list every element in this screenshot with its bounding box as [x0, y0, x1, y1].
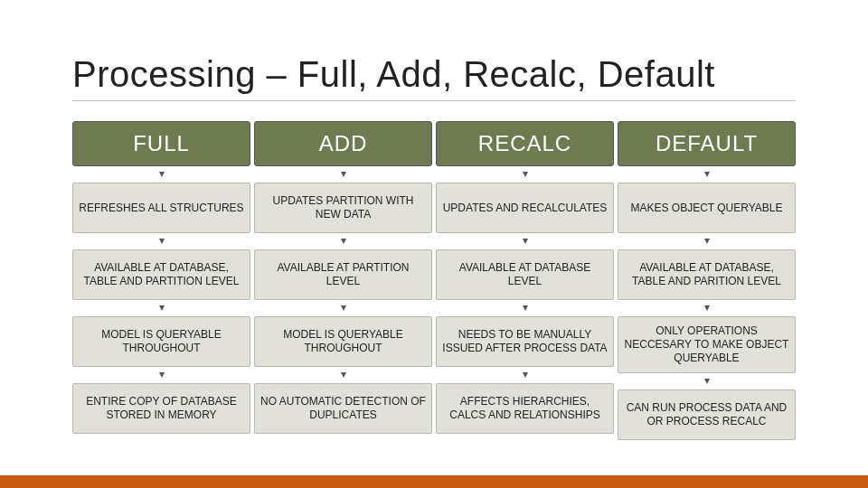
arrow-down-icon: ▾ — [341, 233, 346, 249]
cell: MODEL IS QUERYABLE THROUGHOUT — [72, 316, 250, 367]
cell: ONLY OPERATIONS NECCESARY TO MAKE OBJECT… — [618, 316, 796, 373]
cell: AFFECTS HIERARCHIES, CALCS AND RELATIONS… — [436, 383, 614, 434]
column-head: DEFAULT — [618, 121, 796, 166]
column-default: DEFAULT ▾ MAKES OBJECT QUERYABLE ▾ AVAIL… — [618, 121, 796, 440]
column-recalc: RECALC ▾ UPDATES AND RECALCULATES ▾ AVAI… — [436, 121, 614, 440]
arrow-down-icon: ▾ — [341, 300, 346, 316]
cell: AVAILABLE AT DATABASE, TABLE AND PARTITI… — [72, 249, 250, 300]
arrow-down-icon: ▾ — [159, 233, 165, 249]
footer-accent-bar — [0, 475, 868, 488]
arrow-down-icon: ▾ — [159, 300, 165, 316]
column-full: FULL ▾ REFRESHES ALL STRUCTURES ▾ AVAILA… — [72, 121, 250, 440]
cell: AVAILABLE AT PARTITION LEVEL — [254, 249, 432, 300]
arrow-down-icon: ▾ — [704, 373, 710, 389]
arrow-down-icon: ▾ — [523, 166, 528, 183]
cell: MAKES OBJECT QUERYABLE — [618, 183, 796, 233]
arrow-down-icon: ▾ — [159, 367, 165, 383]
cell: UPDATES AND RECALCULATES — [436, 183, 614, 233]
column-head: FULL — [72, 121, 250, 166]
cell: AVAILABLE AT DATABASE, TABLE AND PARITIO… — [618, 249, 796, 300]
arrow-down-icon: ▾ — [523, 300, 528, 316]
comparison-grid: FULL ▾ REFRESHES ALL STRUCTURES ▾ AVAILA… — [72, 121, 796, 440]
arrow-down-icon: ▾ — [704, 166, 710, 183]
cell: NEEDS TO BE MANUALLY ISSUED AFTER PROCES… — [436, 316, 614, 367]
slide-title: Processing – Full, Add, Recalc, Default — [72, 54, 796, 95]
arrow-down-icon: ▾ — [704, 233, 710, 249]
arrow-down-icon: ▾ — [341, 166, 346, 183]
arrow-down-icon: ▾ — [523, 233, 528, 249]
arrow-down-icon: ▾ — [159, 166, 165, 183]
cell: MODEL IS QUERYABLE THROUGHOUT — [254, 316, 432, 367]
arrow-down-icon: ▾ — [523, 367, 528, 383]
arrow-down-icon: ▾ — [704, 300, 710, 316]
cell: REFRESHES ALL STRUCTURES — [72, 183, 250, 233]
column-add: ADD ▾ UPDATES PARTITION WITH NEW DATA ▾ … — [254, 121, 432, 440]
column-head: ADD — [254, 121, 432, 166]
slide: Processing – Full, Add, Recalc, Default … — [0, 0, 868, 488]
cell: CAN RUN PROCESS DATA AND OR PROCESS RECA… — [618, 389, 796, 440]
column-head: RECALC — [436, 121, 614, 166]
arrow-down-icon: ▾ — [341, 367, 346, 383]
cell: UPDATES PARTITION WITH NEW DATA — [254, 183, 432, 233]
cell: NO AUTOMATIC DETECTION OF DUPLICATES — [254, 383, 432, 434]
cell: AVAILABLE AT DATABASE LEVEL — [436, 249, 614, 300]
cell: ENTIRE COPY OF DATABASE STORED IN MEMORY — [72, 383, 250, 434]
title-underline — [72, 100, 796, 101]
